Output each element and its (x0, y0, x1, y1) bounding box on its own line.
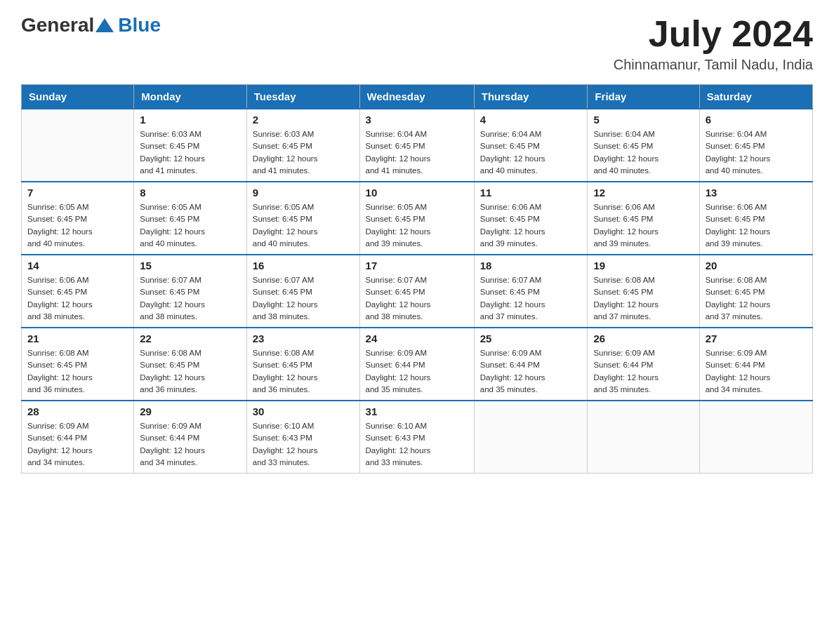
day-number: 6 (706, 114, 807, 126)
day-number: 2 (253, 114, 354, 126)
day-number: 12 (593, 187, 693, 199)
calendar-cell: 19Sunrise: 6:08 AMSunset: 6:45 PMDayligh… (588, 255, 699, 328)
calendar-cell: 11Sunrise: 6:06 AMSunset: 6:45 PMDayligh… (474, 182, 588, 255)
day-info: Sunrise: 6:04 AMSunset: 6:45 PMDaylight:… (480, 128, 582, 177)
day-number: 30 (253, 405, 354, 417)
day-info: Sunrise: 6:06 AMSunset: 6:45 PMDaylight:… (593, 201, 693, 250)
calendar-cell: 24Sunrise: 6:09 AMSunset: 6:44 PMDayligh… (359, 328, 474, 401)
day-info: Sunrise: 6:10 AMSunset: 6:43 PMDaylight:… (253, 420, 354, 469)
calendar-table: SundayMondayTuesdayWednesdayThursdayFrid… (21, 84, 813, 474)
day-info: Sunrise: 6:05 AMSunset: 6:45 PMDaylight:… (253, 201, 354, 250)
logo-triangle-icon (95, 18, 114, 32)
day-info: Sunrise: 6:07 AMSunset: 6:45 PMDaylight:… (140, 274, 241, 323)
day-number: 11 (480, 187, 582, 199)
calendar-cell: 1Sunrise: 6:03 AMSunset: 6:45 PMDaylight… (134, 109, 247, 182)
calendar-day-header-monday: Monday (134, 85, 247, 109)
calendar-header-row: SundayMondayTuesdayWednesdayThursdayFrid… (22, 85, 813, 109)
calendar-cell: 2Sunrise: 6:03 AMSunset: 6:45 PMDaylight… (246, 109, 359, 182)
calendar-cell: 16Sunrise: 6:07 AMSunset: 6:45 PMDayligh… (246, 255, 359, 328)
calendar-cell: 25Sunrise: 6:09 AMSunset: 6:44 PMDayligh… (474, 328, 588, 401)
calendar-cell: 31Sunrise: 6:10 AMSunset: 6:43 PMDayligh… (359, 401, 474, 474)
day-number: 1 (140, 114, 241, 126)
day-number: 15 (140, 260, 241, 271)
calendar-cell: 21Sunrise: 6:08 AMSunset: 6:45 PMDayligh… (22, 328, 134, 401)
day-info: Sunrise: 6:07 AMSunset: 6:45 PMDaylight:… (480, 274, 582, 323)
calendar-cell: 3Sunrise: 6:04 AMSunset: 6:45 PMDaylight… (359, 109, 474, 182)
calendar-cell: 26Sunrise: 6:09 AMSunset: 6:44 PMDayligh… (588, 328, 699, 401)
day-number: 24 (366, 333, 468, 344)
day-info: Sunrise: 6:04 AMSunset: 6:45 PMDaylight:… (593, 128, 693, 177)
day-number: 20 (706, 260, 807, 271)
day-number: 16 (253, 260, 354, 271)
day-number: 3 (366, 114, 468, 126)
calendar-cell (22, 109, 134, 182)
day-number: 25 (480, 333, 582, 344)
day-number: 23 (253, 333, 354, 344)
day-info: Sunrise: 6:08 AMSunset: 6:45 PMDaylight:… (27, 347, 128, 396)
day-number: 5 (593, 114, 693, 126)
calendar-week-row: 28Sunrise: 6:09 AMSunset: 6:44 PMDayligh… (22, 401, 813, 474)
day-info: Sunrise: 6:08 AMSunset: 6:45 PMDaylight:… (253, 347, 354, 396)
day-info: Sunrise: 6:07 AMSunset: 6:45 PMDaylight:… (253, 274, 354, 323)
calendar-cell (474, 401, 588, 474)
day-number: 14 (27, 260, 128, 271)
day-number: 18 (480, 260, 582, 271)
calendar-cell: 30Sunrise: 6:10 AMSunset: 6:43 PMDayligh… (246, 401, 359, 474)
calendar-cell: 13Sunrise: 6:06 AMSunset: 6:45 PMDayligh… (699, 182, 812, 255)
day-number: 21 (27, 333, 128, 344)
day-info: Sunrise: 6:09 AMSunset: 6:44 PMDaylight:… (593, 347, 693, 396)
day-info: Sunrise: 6:08 AMSunset: 6:45 PMDaylight:… (706, 274, 807, 323)
calendar-cell: 15Sunrise: 6:07 AMSunset: 6:45 PMDayligh… (134, 255, 247, 328)
day-info: Sunrise: 6:06 AMSunset: 6:45 PMDaylight:… (480, 201, 582, 250)
calendar-cell: 10Sunrise: 6:05 AMSunset: 6:45 PMDayligh… (359, 182, 474, 255)
calendar-cell: 22Sunrise: 6:08 AMSunset: 6:45 PMDayligh… (134, 328, 247, 401)
logo-blue: Blue (118, 14, 161, 36)
calendar-cell: 4Sunrise: 6:04 AMSunset: 6:45 PMDaylight… (474, 109, 588, 182)
day-info: Sunrise: 6:08 AMSunset: 6:45 PMDaylight:… (593, 274, 693, 323)
calendar-cell: 20Sunrise: 6:08 AMSunset: 6:45 PMDayligh… (699, 255, 812, 328)
calendar-cell: 17Sunrise: 6:07 AMSunset: 6:45 PMDayligh… (359, 255, 474, 328)
page-header: General Blue July 2024 Chinnamanur, Tami… (21, 14, 813, 73)
title-block: July 2024 Chinnamanur, Tamil Nadu, India (614, 14, 813, 73)
calendar-day-header-saturday: Saturday (699, 85, 812, 109)
day-number: 28 (27, 405, 128, 417)
calendar-cell: 18Sunrise: 6:07 AMSunset: 6:45 PMDayligh… (474, 255, 588, 328)
day-info: Sunrise: 6:03 AMSunset: 6:45 PMDaylight:… (253, 128, 354, 177)
calendar-cell: 12Sunrise: 6:06 AMSunset: 6:45 PMDayligh… (588, 182, 699, 255)
calendar-week-row: 21Sunrise: 6:08 AMSunset: 6:45 PMDayligh… (22, 328, 813, 401)
calendar-day-header-thursday: Thursday (474, 85, 588, 109)
calendar-day-header-friday: Friday (588, 85, 699, 109)
day-number: 27 (706, 333, 807, 344)
calendar-cell (588, 401, 699, 474)
calendar-cell: 28Sunrise: 6:09 AMSunset: 6:44 PMDayligh… (22, 401, 134, 474)
calendar-cell: 14Sunrise: 6:06 AMSunset: 6:45 PMDayligh… (22, 255, 134, 328)
calendar-cell: 6Sunrise: 6:04 AMSunset: 6:45 PMDaylight… (699, 109, 812, 182)
calendar-week-row: 1Sunrise: 6:03 AMSunset: 6:45 PMDaylight… (22, 109, 813, 182)
day-info: Sunrise: 6:07 AMSunset: 6:45 PMDaylight:… (366, 274, 468, 323)
calendar-cell: 8Sunrise: 6:05 AMSunset: 6:45 PMDaylight… (134, 182, 247, 255)
day-info: Sunrise: 6:09 AMSunset: 6:44 PMDaylight:… (706, 347, 807, 396)
calendar-week-row: 14Sunrise: 6:06 AMSunset: 6:45 PMDayligh… (22, 255, 813, 328)
day-number: 9 (253, 187, 354, 199)
day-number: 26 (593, 333, 693, 344)
day-number: 29 (140, 405, 241, 417)
day-info: Sunrise: 6:09 AMSunset: 6:44 PMDaylight:… (140, 420, 241, 469)
month-title: July 2024 (614, 14, 813, 54)
day-info: Sunrise: 6:08 AMSunset: 6:45 PMDaylight:… (140, 347, 241, 396)
calendar-day-header-tuesday: Tuesday (246, 85, 359, 109)
logo-general: General (21, 14, 94, 36)
calendar-cell: 23Sunrise: 6:08 AMSunset: 6:45 PMDayligh… (246, 328, 359, 401)
day-info: Sunrise: 6:09 AMSunset: 6:44 PMDaylight:… (27, 420, 128, 469)
day-info: Sunrise: 6:10 AMSunset: 6:43 PMDaylight:… (366, 420, 468, 469)
day-info: Sunrise: 6:09 AMSunset: 6:44 PMDaylight:… (366, 347, 468, 396)
calendar-day-header-sunday: Sunday (22, 85, 134, 109)
logo: General Blue (21, 14, 161, 36)
calendar-cell: 29Sunrise: 6:09 AMSunset: 6:44 PMDayligh… (134, 401, 247, 474)
calendar-cell: 5Sunrise: 6:04 AMSunset: 6:45 PMDaylight… (588, 109, 699, 182)
calendar-cell: 9Sunrise: 6:05 AMSunset: 6:45 PMDaylight… (246, 182, 359, 255)
day-number: 17 (366, 260, 468, 271)
calendar-cell: 7Sunrise: 6:05 AMSunset: 6:45 PMDaylight… (22, 182, 134, 255)
day-info: Sunrise: 6:04 AMSunset: 6:45 PMDaylight:… (366, 128, 468, 177)
day-info: Sunrise: 6:09 AMSunset: 6:44 PMDaylight:… (480, 347, 582, 396)
calendar-cell (699, 401, 812, 474)
